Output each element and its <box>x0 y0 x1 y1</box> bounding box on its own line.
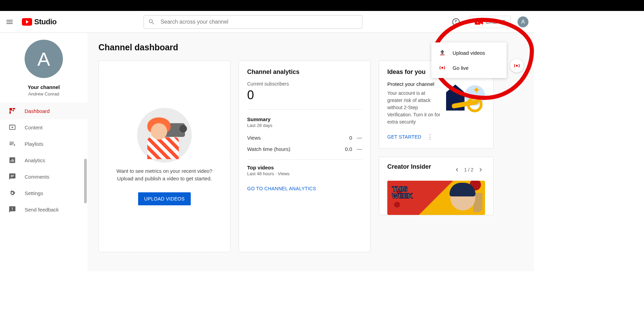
content-icon <box>8 123 16 131</box>
analytics-title: Channel analytics <box>247 68 362 76</box>
channel-avatar[interactable]: A <box>25 40 63 78</box>
pager-text: 1 / 2 <box>464 167 473 172</box>
get-started-link[interactable]: GET STARTED <box>387 134 421 140</box>
svg-rect-10 <box>10 111 11 114</box>
stat-watchtime: Watch time (hours) 0.0— <box>247 143 362 155</box>
feedback-icon <box>8 205 16 214</box>
insider-thumbnail[interactable]: THIS WEEK <box>387 181 485 215</box>
subscriber-count: 0 <box>247 88 362 102</box>
create-icon <box>475 19 483 25</box>
sidebar-item-analytics[interactable]: Analytics <box>0 152 88 168</box>
sidebar-item-content[interactable]: Content <box>0 119 88 136</box>
scrollbar-thumb[interactable] <box>84 159 87 203</box>
upload-card: Want to see metrics on your recent video… <box>98 61 230 252</box>
comments-icon <box>8 172 16 181</box>
sidebar: A Your channel Andrew Conrad Dashboard C… <box>0 33 88 271</box>
analytics-card: Channel analytics Current subscribers 0 … <box>239 61 371 252</box>
sidebar-item-feedback[interactable]: Send feedback <box>0 201 88 218</box>
create-label: CREATE <box>486 19 506 25</box>
svg-rect-4 <box>440 55 445 55</box>
more-icon[interactable]: ⋮ <box>427 133 433 141</box>
search-input[interactable] <box>161 19 358 25</box>
svg-rect-8 <box>13 108 15 110</box>
search-box[interactable] <box>144 15 362 29</box>
chevron-right-icon <box>478 166 484 173</box>
create-menu-golive[interactable]: Go live <box>431 60 507 75</box>
live-icon <box>513 62 521 69</box>
help-button[interactable] <box>449 15 463 29</box>
svg-rect-9 <box>13 110 14 111</box>
pager-prev[interactable] <box>453 166 461 174</box>
create-menu-upload[interactable]: Upload videos <box>431 45 507 60</box>
svg-marker-1 <box>480 19 483 25</box>
sidebar-item-playlists[interactable]: Playlists <box>0 136 88 152</box>
studio-logo[interactable]: Studio <box>22 17 56 26</box>
create-button[interactable]: CREATE <box>470 16 511 28</box>
svg-rect-15 <box>11 160 11 162</box>
svg-marker-12 <box>12 126 14 128</box>
dashboard-icon <box>8 107 16 115</box>
analytics-icon <box>8 156 16 164</box>
search-icon <box>148 18 155 26</box>
svg-point-5 <box>441 67 443 69</box>
svg-rect-17 <box>13 159 14 162</box>
channel-name: Andrew Conrad <box>28 91 59 97</box>
sidebar-item-settings[interactable]: Settings <box>0 185 88 201</box>
account-avatar[interactable]: A <box>518 16 528 27</box>
svg-rect-3 <box>477 21 478 23</box>
sidebar-item-dashboard[interactable]: Dashboard <box>0 103 88 119</box>
playlists-icon <box>8 140 16 148</box>
channel-label: Your channel <box>28 84 60 90</box>
upload-illustration <box>137 108 192 163</box>
menu-icon[interactable] <box>5 18 14 26</box>
logo-text: Studio <box>34 17 56 26</box>
goto-analytics-link[interactable]: GO TO CHANNEL ANALYTICS <box>247 180 316 191</box>
upload-videos-button[interactable]: UPLOAD VIDEOS <box>138 192 191 205</box>
pager-next[interactable] <box>477 166 485 174</box>
chevron-left-icon <box>453 166 460 173</box>
upload-icon <box>438 49 446 57</box>
gear-icon <box>8 189 16 197</box>
protect-illustration: ✦ <box>444 81 485 119</box>
svg-rect-16 <box>12 159 13 162</box>
creator-insider-card: Creator Insider 1 / 2 <box>379 157 494 215</box>
sidebar-item-comments[interactable]: Comments <box>0 168 88 185</box>
svg-point-6 <box>516 65 518 67</box>
header: Studio CREATE A <box>0 11 534 33</box>
create-menu: Upload videos Go live <box>431 42 507 78</box>
youtube-icon <box>22 18 32 26</box>
help-icon <box>452 17 460 26</box>
live-icon <box>438 64 446 72</box>
svg-rect-13 <box>9 125 14 125</box>
golive-fab[interactable] <box>510 59 524 73</box>
svg-rect-7 <box>10 108 12 111</box>
stat-views: Views 0— <box>247 132 362 143</box>
